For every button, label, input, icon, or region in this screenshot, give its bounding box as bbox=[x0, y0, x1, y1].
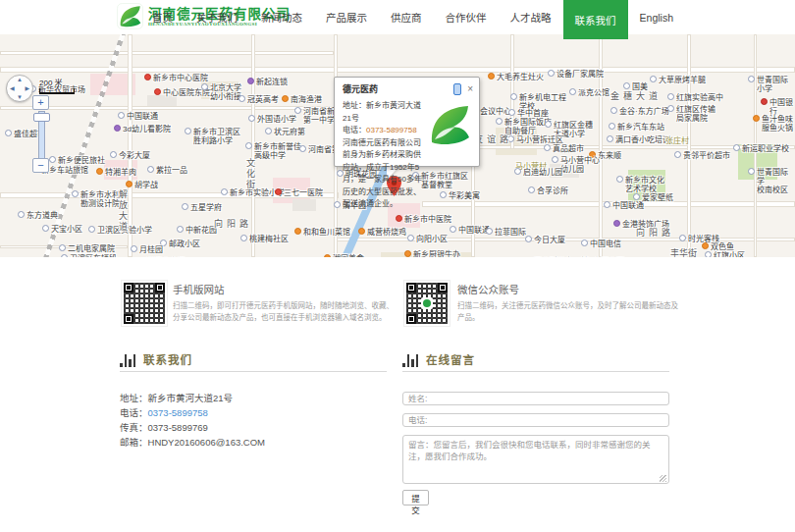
poi-icon bbox=[282, 95, 289, 102]
map-poi-label: 爱家壁纸 bbox=[633, 193, 673, 202]
poi-icon bbox=[508, 109, 515, 116]
map-poi-label: 贵邻平价超市 bbox=[674, 151, 730, 160]
poi-icon bbox=[488, 73, 495, 80]
map-poi-label: 中国银行 bbox=[761, 98, 795, 116]
bar-chart-icon bbox=[402, 354, 420, 367]
map-poi-label: 五星学府 bbox=[182, 203, 222, 212]
map-poi-label: 向阳小区 bbox=[407, 235, 448, 243]
poi-icon bbox=[616, 176, 623, 183]
map-poi-label: 鱼汁鱼味 服鱼火锅 bbox=[753, 115, 793, 133]
infowindow-title: 德元医药 bbox=[343, 82, 453, 95]
contact-heading-divider bbox=[120, 371, 387, 372]
map-poi-label: 启迪幼儿园 bbox=[514, 168, 562, 177]
poi-icon bbox=[294, 228, 301, 235]
message-textarea[interactable] bbox=[402, 435, 669, 484]
poi-icon bbox=[702, 242, 709, 249]
message-heading-text: 在线留言 bbox=[426, 351, 475, 367]
map-poi-label: 张庄村 bbox=[665, 136, 689, 145]
nav-item-suppliers[interactable]: 供应商 bbox=[379, 0, 434, 34]
poi-icon bbox=[5, 130, 12, 136]
nav-item-home[interactable]: 首页 bbox=[140, 0, 185, 34]
pan-left-icon[interactable]: ◀ bbox=[10, 84, 15, 91]
map-poi-label: 冠英高考 bbox=[238, 95, 279, 104]
main-nav: 首页关于我们新闻动态产品展示供应商合作伙伴人才战略联系我们English bbox=[140, 0, 685, 34]
map-canvas[interactable]: 新华农贸市场新乡市中心医院中心医院东院北京大学 幼小衔接新起连锁冠英高考南海渔港… bbox=[0, 34, 795, 257]
poi-icon bbox=[265, 128, 272, 134]
map-poi-label: 新起连锁 bbox=[247, 78, 288, 86]
map-poi-label: 世青国际小学 bbox=[748, 76, 795, 93]
close-icon[interactable]: × bbox=[467, 84, 473, 94]
map-poi-label: 威营桥烧鸡 bbox=[358, 228, 406, 237]
map-poi-label: 新乡汽车东站 bbox=[609, 123, 664, 132]
pan-down-icon[interactable]: ▼ bbox=[17, 94, 23, 100]
map-poi-label: 红旗实验高中 bbox=[667, 93, 723, 102]
poi-icon bbox=[72, 190, 79, 197]
map-poi-label: 紫拉一品 bbox=[147, 166, 187, 175]
infowindow-phone-line: 电话：0373-5899758 bbox=[343, 125, 423, 137]
map-poi-label: 国美 bbox=[623, 82, 648, 91]
poi-icon bbox=[761, 98, 768, 105]
map-poi-label: 拉菲国际 bbox=[486, 228, 526, 237]
poi-icon bbox=[358, 228, 365, 235]
map-poi-label: 华中首座 bbox=[508, 109, 549, 118]
poi-icon bbox=[609, 123, 615, 130]
contact-phone: 电话：0373-5899758 bbox=[120, 405, 265, 420]
map-road bbox=[599, 34, 603, 257]
textarea-resize-handle[interactable] bbox=[660, 475, 666, 482]
name-input[interactable] bbox=[402, 392, 669, 405]
poi-icon bbox=[552, 156, 558, 163]
mobile-site-title: 手机版网站 bbox=[173, 282, 397, 296]
poi-icon bbox=[496, 118, 503, 125]
zoom-slider-handle[interactable] bbox=[33, 113, 50, 122]
map-road bbox=[128, 34, 132, 257]
wechat-qr-text: 微信公众账号 扫描二维码，关注德元医药微信公众账号，及时了解公司最新动态及产品。 bbox=[457, 282, 681, 324]
poi-icon bbox=[705, 251, 712, 257]
message-section-heading: 在线留言 bbox=[402, 351, 475, 367]
poi-icon bbox=[96, 168, 103, 175]
poi-icon bbox=[407, 235, 414, 241]
nav-item-talent[interactable]: 人才战略 bbox=[499, 0, 563, 34]
poi-icon bbox=[679, 235, 686, 241]
page: 河南德元医药有限公司 HENANDEYUANYIYAOYOUXIANGONGSI… bbox=[0, 0, 795, 532]
nav-item-news[interactable]: 新闻动态 bbox=[249, 0, 314, 34]
wechat-qr-center-logo bbox=[421, 297, 433, 309]
submit-button[interactable]: 提交 bbox=[402, 490, 429, 505]
nav-item-products[interactable]: 产品展示 bbox=[314, 0, 379, 34]
poi-icon bbox=[247, 78, 254, 84]
poi-icon bbox=[748, 76, 755, 82]
contact-section-heading: 联系我们 bbox=[120, 351, 192, 367]
map-poi-label: 湘园美食 bbox=[324, 254, 364, 257]
poi-icon bbox=[748, 168, 755, 175]
poi-icon bbox=[245, 142, 252, 149]
qr-finder bbox=[124, 283, 133, 293]
phone-link[interactable]: 0373-5899758 bbox=[148, 407, 208, 418]
map-poi-label: 三七一医院 bbox=[275, 188, 323, 197]
pan-up-icon[interactable]: ▲ bbox=[17, 77, 23, 82]
map-poi-label: 红旗区传输 局家属院 bbox=[667, 105, 716, 123]
phone-icon[interactable] bbox=[453, 83, 461, 95]
nav-item-english[interactable]: English bbox=[628, 0, 685, 34]
mobile-site-qr-code bbox=[121, 280, 168, 327]
map-pan-control[interactable]: ▲ ▼ ◀ ▶ bbox=[6, 75, 33, 102]
phone-input[interactable] bbox=[402, 413, 669, 427]
nav-item-contact[interactable]: 联系我们 bbox=[563, 0, 628, 39]
poi-icon bbox=[581, 239, 588, 246]
map-poi-label: 北京大学 幼小衔接 bbox=[201, 83, 241, 101]
nav-item-about[interactable]: 关于我们 bbox=[185, 0, 249, 34]
map-poi-label: 大草原烤羊腿 bbox=[650, 76, 706, 84]
map-poi-label: 新乡市卫滨区 胜利路小学 bbox=[185, 128, 240, 145]
map-poi-label: 邮政小区 bbox=[160, 239, 200, 248]
map-poi-label: 中国联通 bbox=[118, 112, 158, 121]
zoom-out-button[interactable]: − bbox=[32, 158, 49, 173]
qr-finder bbox=[438, 283, 448, 293]
map-poi-label: 今彩大厦 bbox=[110, 151, 150, 160]
poi-icon bbox=[154, 88, 161, 95]
map-scale-label: 200 米 bbox=[39, 77, 75, 87]
zoom-in-button[interactable]: + bbox=[32, 95, 49, 110]
pan-right-icon[interactable]: ▶ bbox=[25, 84, 29, 91]
poi-icon bbox=[613, 220, 620, 227]
poi-icon bbox=[240, 235, 247, 241]
poi-icon bbox=[275, 188, 282, 195]
nav-item-partners[interactable]: 合作伙伴 bbox=[434, 0, 499, 34]
poi-icon bbox=[514, 168, 521, 175]
